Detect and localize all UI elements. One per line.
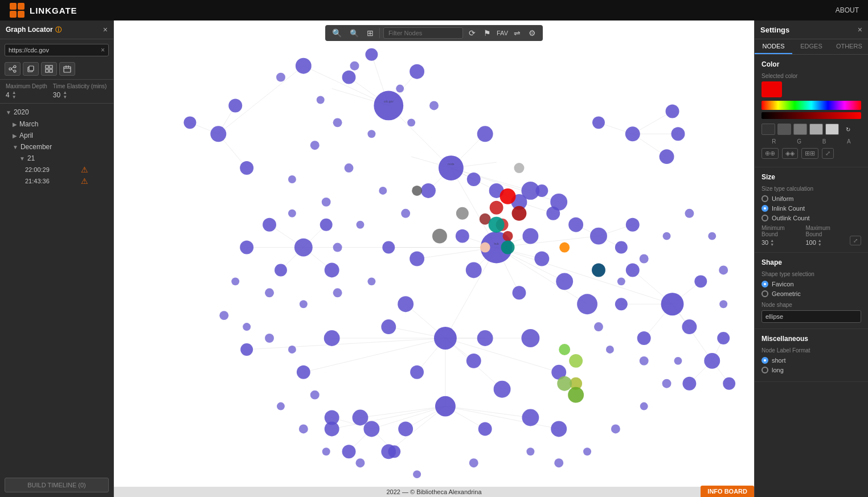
size-option-inlink[interactable]: Inlink Count	[761, 205, 861, 212]
size-option-outlink[interactable]: Outlink Count	[761, 215, 861, 221]
shape-option-geometric[interactable]: Geometric	[761, 290, 861, 297]
svg-rect-3	[18, 11, 24, 18]
zoom-in-button[interactable]: 🔍	[330, 27, 344, 39]
svg-line-7	[11, 67, 14, 69]
svg-point-184	[489, 217, 505, 233]
app-name: LINKGATE	[30, 6, 77, 15]
svg-point-195	[559, 344, 570, 355]
tab-edges[interactable]: EDGES	[792, 39, 830, 54]
svg-point-188	[432, 229, 447, 244]
swatch-white[interactable]	[809, 124, 823, 135]
svg-point-123	[513, 286, 526, 299]
tool-copy-button[interactable]	[23, 62, 39, 76]
svg-point-112	[421, 183, 436, 198]
color-preview[interactable]	[761, 81, 782, 97]
svg-point-128	[381, 319, 396, 334]
filter-nodes-input[interactable]	[383, 27, 463, 39]
tool-calendar-button[interactable]	[59, 62, 75, 76]
day-21-item[interactable]: ▼ 21	[0, 153, 113, 164]
graph-visualization[interactable]: cdc.gov node hub	[114, 20, 754, 497]
max-bound-spinner[interactable]: ▲ ▼	[818, 239, 822, 247]
svg-point-223	[288, 346, 296, 354]
max-down[interactable]: ▼	[818, 243, 822, 247]
color-section: Color Selected color ↻ R G B A ⊕⊕ ◈◈	[755, 55, 868, 167]
size-expand-button[interactable]: ⤢	[850, 236, 861, 245]
color-tool-expand[interactable]: ⤢	[822, 148, 834, 159]
shape-option-favicon[interactable]: Favicon	[761, 281, 861, 287]
url-input-wrap: ×	[5, 44, 109, 56]
tab-nodes[interactable]: NODES	[755, 39, 792, 54]
svg-point-234	[611, 424, 620, 433]
min-bound-spinner[interactable]: ▲ ▼	[770, 239, 774, 247]
december-item[interactable]: ▼ December	[0, 141, 113, 153]
max-up[interactable]: ▲	[818, 239, 822, 243]
svg-point-108	[410, 64, 424, 79]
svg-point-124	[398, 296, 413, 312]
build-timeline-button[interactable]: BUILD TIMELINE (0)	[5, 478, 109, 492]
node-shape-select[interactable]: ellipse circle rect diamond	[761, 310, 861, 323]
svg-point-168	[228, 99, 242, 113]
svg-point-144	[682, 319, 697, 334]
svg-point-213	[288, 210, 296, 217]
swatch-extra[interactable]	[825, 124, 839, 135]
march-item[interactable]: ▶ March	[0, 118, 113, 130]
svg-point-228	[355, 458, 365, 467]
color-tool-3[interactable]: ⊞⊞	[801, 148, 818, 159]
close-settings-button[interactable]: ×	[858, 25, 862, 34]
svg-point-138	[522, 409, 539, 426]
april-item[interactable]: ▶ April	[0, 130, 113, 141]
swatch-mid[interactable]	[777, 124, 791, 135]
radio-inlink	[761, 205, 768, 212]
refresh-button[interactable]: ⟳	[466, 27, 478, 39]
color-swatches: ↻	[761, 124, 861, 135]
svg-point-221	[243, 323, 251, 331]
info-board-button[interactable]: INFO BOARD	[701, 486, 754, 497]
swatch-light[interactable]	[793, 124, 807, 135]
year-2020-item[interactable]: ▼ 2020	[0, 106, 113, 118]
tool-grid-button[interactable]	[41, 62, 57, 76]
share-button[interactable]: ⇌	[511, 27, 523, 39]
max-depth-down[interactable]: ▼	[12, 95, 17, 100]
entry-2-icon: ⚠	[81, 176, 88, 186]
fav-button[interactable]: FAV	[497, 30, 508, 36]
svg-text:cdc.gov: cdc.gov	[384, 100, 394, 103]
swatch-arrow[interactable]: ↻	[841, 124, 855, 135]
zoom-out-button[interactable]: 🔍	[347, 28, 361, 39]
url-input[interactable]	[9, 47, 101, 54]
graph-canvas[interactable]: 🔍 🔍 ⊞ ⟳ ⚑ FAV ⇌ ⚙	[114, 20, 754, 497]
label-format-long[interactable]: long	[761, 367, 861, 373]
entry-2[interactable]: 21:43:36 ⚠	[0, 175, 113, 187]
min-down[interactable]: ▼	[770, 243, 774, 247]
label-format-short[interactable]: short	[761, 357, 861, 364]
svg-point-130	[324, 330, 340, 346]
min-up[interactable]: ▲	[770, 239, 774, 243]
color-channels: R G B A	[761, 138, 861, 145]
swatch-dark[interactable]	[761, 124, 775, 135]
fit-view-button[interactable]: ⊞	[365, 27, 376, 39]
toolbar-separator	[379, 28, 380, 38]
flag-button[interactable]: ⚑	[481, 27, 493, 39]
time-elasticity-spinner[interactable]: ▲ ▼	[63, 91, 67, 100]
close-graph-locator-button[interactable]: ×	[103, 25, 108, 34]
info-icon[interactable]: ⓘ	[55, 26, 62, 34]
settings-toggle-button[interactable]: ⚙	[526, 27, 538, 39]
svg-point-224	[310, 391, 320, 400]
tab-others[interactable]: OTHERS	[830, 39, 868, 54]
color-tool-1[interactable]: ⊕⊕	[761, 148, 779, 159]
max-depth-spinner[interactable]: ▲ ▼	[12, 91, 17, 100]
entry-1[interactable]: 22:00:29 ⚠	[0, 164, 113, 175]
svg-point-185	[501, 241, 515, 254]
url-clear-button[interactable]: ×	[101, 46, 105, 54]
color-tool-2[interactable]: ◈◈	[782, 148, 798, 159]
size-option-uniform[interactable]: Uniform	[761, 195, 861, 202]
svg-point-152	[320, 219, 333, 231]
svg-rect-13	[46, 69, 48, 72]
color-ramp-bar[interactable]	[761, 112, 861, 119]
time-elasticity-down[interactable]: ▼	[63, 95, 67, 100]
svg-point-186	[412, 186, 422, 196]
tool-network-button[interactable]	[5, 62, 21, 76]
about-button[interactable]: ABOUT	[836, 6, 859, 14]
color-gradient-bar[interactable]	[761, 101, 861, 110]
svg-point-134	[240, 343, 253, 356]
svg-point-151	[240, 241, 253, 254]
